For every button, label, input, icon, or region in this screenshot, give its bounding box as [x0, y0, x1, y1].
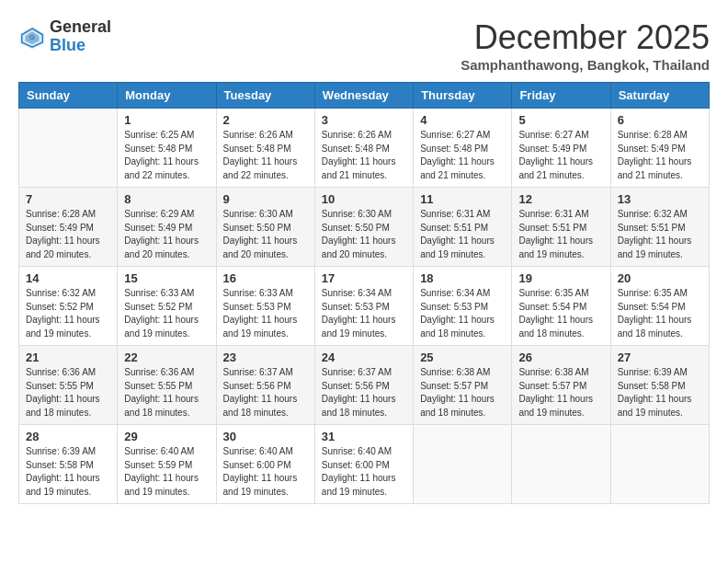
day-number: 16: [223, 271, 308, 285]
day-info: Sunrise: 6:35 AM Sunset: 5:54 PM Dayligh…: [518, 287, 603, 340]
calendar-cell: 1Sunrise: 6:25 AM Sunset: 5:48 PM Daylig…: [118, 109, 216, 188]
calendar-cell: [19, 109, 118, 188]
calendar-cell: 2Sunrise: 6:26 AM Sunset: 5:48 PM Daylig…: [216, 109, 314, 188]
day-info: Sunrise: 6:39 AM Sunset: 5:58 PM Dayligh…: [618, 366, 702, 419]
calendar-cell: 16Sunrise: 6:33 AM Sunset: 5:53 PM Dayli…: [216, 267, 314, 346]
day-number: 13: [618, 192, 702, 206]
day-info: Sunrise: 6:35 AM Sunset: 5:54 PM Dayligh…: [618, 287, 702, 340]
calendar-table: SundayMondayTuesdayWednesdayThursdayFrid…: [18, 82, 710, 504]
logo-general-text: General: [50, 17, 111, 36]
day-info: Sunrise: 6:36 AM Sunset: 5:55 PM Dayligh…: [124, 366, 209, 419]
calendar-cell: 20Sunrise: 6:35 AM Sunset: 5:54 PM Dayli…: [610, 267, 709, 346]
calendar-cell: 8Sunrise: 6:29 AM Sunset: 5:49 PM Daylig…: [118, 188, 216, 267]
calendar-cell: 3Sunrise: 6:26 AM Sunset: 5:48 PM Daylig…: [314, 109, 413, 188]
calendar-week-row: 14Sunrise: 6:32 AM Sunset: 5:52 PM Dayli…: [19, 267, 710, 346]
day-info: Sunrise: 6:33 AM Sunset: 5:52 PM Dayligh…: [124, 287, 209, 340]
day-number: 20: [618, 271, 702, 285]
day-info: Sunrise: 6:40 AM Sunset: 6:00 PM Dayligh…: [223, 445, 308, 499]
day-info: Sunrise: 6:40 AM Sunset: 6:00 PM Dayligh…: [322, 445, 406, 499]
day-number: 10: [322, 192, 406, 206]
day-info: Sunrise: 6:30 AM Sunset: 5:50 PM Dayligh…: [322, 208, 406, 261]
day-number: 8: [124, 192, 209, 206]
calendar-cell: 6Sunrise: 6:28 AM Sunset: 5:49 PM Daylig…: [610, 109, 709, 188]
day-info: Sunrise: 6:26 AM Sunset: 5:48 PM Dayligh…: [223, 129, 308, 182]
day-info: Sunrise: 6:27 AM Sunset: 5:48 PM Dayligh…: [420, 129, 505, 182]
day-number: 2: [223, 113, 308, 127]
calendar-cell: [414, 425, 512, 504]
svg-text:G: G: [29, 33, 35, 41]
day-number: 29: [124, 430, 209, 443]
calendar-week-row: 1Sunrise: 6:25 AM Sunset: 5:48 PM Daylig…: [19, 109, 710, 188]
day-info: Sunrise: 6:31 AM Sunset: 5:51 PM Dayligh…: [420, 208, 505, 261]
logo: G General Blue: [18, 18, 111, 55]
calendar-cell: 4Sunrise: 6:27 AM Sunset: 5:48 PM Daylig…: [414, 109, 512, 188]
logo-icon: G: [18, 23, 46, 51]
calendar-cell: 27Sunrise: 6:39 AM Sunset: 5:58 PM Dayli…: [610, 346, 709, 425]
day-number: 18: [420, 271, 505, 285]
day-number: 30: [223, 430, 308, 443]
day-number: 5: [518, 113, 603, 127]
calendar-cell: 9Sunrise: 6:30 AM Sunset: 5:50 PM Daylig…: [216, 188, 314, 267]
day-number: 3: [322, 113, 406, 127]
day-info: Sunrise: 6:38 AM Sunset: 5:57 PM Dayligh…: [518, 366, 603, 419]
calendar-week-row: 28Sunrise: 6:39 AM Sunset: 5:58 PM Dayli…: [19, 425, 710, 504]
day-info: Sunrise: 6:32 AM Sunset: 5:52 PM Dayligh…: [26, 287, 110, 340]
day-number: 7: [26, 192, 110, 206]
calendar-week-row: 7Sunrise: 6:28 AM Sunset: 5:49 PM Daylig…: [19, 188, 710, 267]
day-number: 24: [322, 350, 406, 364]
day-info: Sunrise: 6:37 AM Sunset: 5:56 PM Dayligh…: [322, 366, 406, 419]
day-info: Sunrise: 6:40 AM Sunset: 5:59 PM Dayligh…: [124, 445, 209, 499]
calendar-cell: [512, 425, 610, 504]
location-title: Samphanthawong, Bangkok, Thailand: [461, 57, 710, 73]
day-info: Sunrise: 6:32 AM Sunset: 5:51 PM Dayligh…: [618, 208, 702, 261]
day-number: 6: [618, 113, 702, 127]
calendar-cell: 7Sunrise: 6:28 AM Sunset: 5:49 PM Daylig…: [19, 188, 118, 267]
day-info: Sunrise: 6:29 AM Sunset: 5:49 PM Dayligh…: [124, 208, 209, 261]
calendar-cell: 24Sunrise: 6:37 AM Sunset: 5:56 PM Dayli…: [314, 346, 413, 425]
day-number: 26: [518, 350, 603, 364]
day-number: 31: [322, 430, 406, 443]
day-number: 23: [223, 350, 308, 364]
calendar-cell: 28Sunrise: 6:39 AM Sunset: 5:58 PM Dayli…: [19, 425, 118, 504]
day-number: 17: [322, 271, 406, 285]
month-title: December 2025: [461, 18, 710, 57]
day-number: 27: [618, 350, 702, 364]
day-info: Sunrise: 6:38 AM Sunset: 5:57 PM Dayligh…: [420, 366, 505, 419]
day-number: 15: [124, 271, 209, 285]
calendar-cell: 21Sunrise: 6:36 AM Sunset: 5:55 PM Dayli…: [19, 346, 118, 425]
day-number: 25: [420, 350, 505, 364]
day-number: 14: [26, 271, 110, 285]
day-number: 11: [420, 192, 505, 206]
day-info: Sunrise: 6:30 AM Sunset: 5:50 PM Dayligh…: [223, 208, 308, 261]
day-number: 4: [420, 113, 505, 127]
day-info: Sunrise: 6:33 AM Sunset: 5:53 PM Dayligh…: [223, 287, 308, 340]
day-info: Sunrise: 6:37 AM Sunset: 5:56 PM Dayligh…: [223, 366, 308, 419]
day-of-week-header: Monday: [118, 83, 216, 109]
calendar-cell: 29Sunrise: 6:40 AM Sunset: 5:59 PM Dayli…: [118, 425, 216, 504]
day-number: 28: [26, 430, 110, 443]
day-of-week-header: Friday: [512, 83, 610, 109]
calendar-cell: 31Sunrise: 6:40 AM Sunset: 6:00 PM Dayli…: [314, 425, 413, 504]
calendar-cell: 12Sunrise: 6:31 AM Sunset: 5:51 PM Dayli…: [512, 188, 610, 267]
day-number: 21: [26, 350, 110, 364]
day-info: Sunrise: 6:28 AM Sunset: 5:49 PM Dayligh…: [618, 129, 702, 182]
calendar-header-row: SundayMondayTuesdayWednesdayThursdayFrid…: [19, 83, 710, 109]
calendar-cell: 10Sunrise: 6:30 AM Sunset: 5:50 PM Dayli…: [314, 188, 413, 267]
calendar-cell: 26Sunrise: 6:38 AM Sunset: 5:57 PM Dayli…: [512, 346, 610, 425]
day-info: Sunrise: 6:39 AM Sunset: 5:58 PM Dayligh…: [26, 445, 110, 499]
calendar-cell: 17Sunrise: 6:34 AM Sunset: 5:53 PM Dayli…: [314, 267, 413, 346]
day-info: Sunrise: 6:26 AM Sunset: 5:48 PM Dayligh…: [322, 129, 406, 182]
day-of-week-header: Thursday: [414, 83, 512, 109]
calendar-cell: 14Sunrise: 6:32 AM Sunset: 5:52 PM Dayli…: [19, 267, 118, 346]
logo-blue-text: Blue: [50, 36, 85, 54]
day-of-week-header: Sunday: [19, 83, 118, 109]
calendar-cell: [610, 425, 709, 504]
page-header: G General Blue December 2025 Samphanthaw…: [18, 18, 710, 73]
calendar-cell: 23Sunrise: 6:37 AM Sunset: 5:56 PM Dayli…: [216, 346, 314, 425]
day-number: 22: [124, 350, 209, 364]
day-info: Sunrise: 6:31 AM Sunset: 5:51 PM Dayligh…: [518, 208, 603, 261]
day-info: Sunrise: 6:28 AM Sunset: 5:49 PM Dayligh…: [26, 208, 110, 261]
calendar-cell: 30Sunrise: 6:40 AM Sunset: 6:00 PM Dayli…: [216, 425, 314, 504]
calendar-cell: 15Sunrise: 6:33 AM Sunset: 5:52 PM Dayli…: [118, 267, 216, 346]
calendar-cell: 11Sunrise: 6:31 AM Sunset: 5:51 PM Dayli…: [414, 188, 512, 267]
